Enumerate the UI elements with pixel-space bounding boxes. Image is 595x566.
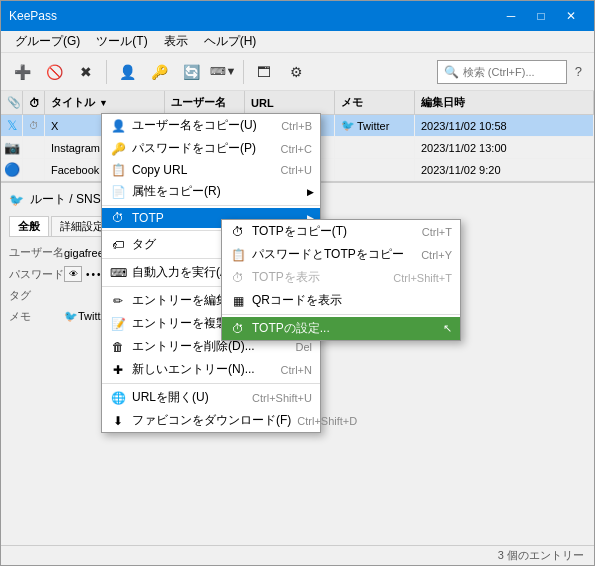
- status-bar: 3 個のエントリー: [1, 545, 594, 565]
- tb-block-button[interactable]: 🚫: [39, 57, 69, 87]
- ctx-tag[interactable]: 🏷 タグ: [102, 233, 320, 256]
- td-icon-instagram: 📷: [1, 137, 23, 158]
- password-label: パスワード: [9, 267, 64, 282]
- ctx-delete[interactable]: 🗑 エントリーを削除(D)... Del: [102, 335, 320, 358]
- ctx-duplicate[interactable]: 📝 エントリーを複製(C)... Ctrl+K: [102, 312, 320, 335]
- td-time-facebook: [23, 159, 45, 180]
- edit-icon: ✏: [110, 294, 126, 308]
- td-time-instagram: [23, 137, 45, 158]
- th-title[interactable]: タイトル ▼: [45, 91, 165, 114]
- tb-close-button[interactable]: ✖: [71, 57, 101, 87]
- doc-icon: 📄: [110, 185, 126, 199]
- new-icon: ✚: [110, 363, 126, 377]
- search-icon: 🔍: [444, 65, 459, 79]
- tb-add-button[interactable]: ➕: [7, 57, 37, 87]
- ctx-edit-label: エントリーを編集(E)...: [132, 292, 275, 309]
- table-header: 📎 ⏱ タイトル ▼ ユーザー名 URL メモ 編集日時: [1, 91, 594, 115]
- clipboard-icon: 📋: [110, 163, 126, 177]
- password-toggle[interactable]: 👁: [64, 266, 82, 282]
- ctx-copy-attr-label: 属性をコピー(R): [132, 183, 312, 200]
- ctx-sep-5: [102, 383, 320, 384]
- tb-settings-button[interactable]: ⚙: [281, 57, 311, 87]
- memo-twitter-icon: 🐦: [64, 310, 78, 322]
- ctx-sep-1: [102, 205, 320, 206]
- delete-icon: 🗑: [110, 340, 126, 354]
- ctx-copy-password-label: パスワードをコピー(P): [132, 140, 275, 157]
- th-memo[interactable]: メモ: [335, 91, 415, 114]
- context-menu[interactable]: 👤 ユーザー名をコピー(U) Ctrl+B 🔑 パスワードをコピー(P) Ctr…: [101, 113, 321, 433]
- ctx-sep-4: [102, 286, 320, 287]
- ctx-copy-password[interactable]: 🔑 パスワードをコピー(P) Ctrl+C: [102, 137, 320, 160]
- search-box: 🔍: [437, 60, 567, 84]
- td-memo-instagram: [335, 137, 415, 158]
- ctx-copy-username-shortcut: Ctrl+B: [281, 120, 312, 132]
- tag-icon: 🏷: [110, 238, 126, 252]
- ctx-open-url-label: URLを開く(U): [132, 389, 246, 406]
- clip-icon: 📎: [7, 96, 21, 109]
- td-memo-twitter: 🐦Twitter: [335, 115, 415, 136]
- ctx-download-favicon[interactable]: ⬇ ファビコンをダウンロード(F) Ctrl+Shift+D: [102, 409, 320, 432]
- instagram-icon: 📷: [4, 140, 20, 155]
- username-label: ユーザー名: [9, 245, 64, 260]
- ctx-new[interactable]: ✚ 新しいエントリー(N)... Ctrl+N: [102, 358, 320, 381]
- twitter-icon: 𝕏: [7, 118, 17, 133]
- tb-keyboard-button[interactable]: ⌨▼: [208, 57, 238, 87]
- ctx-open-url[interactable]: 🌐 URLを開く(U) Ctrl+Shift+U: [102, 386, 320, 409]
- tb-user-button[interactable]: 👤: [112, 57, 142, 87]
- breadcrumb-twitter-icon: 🐦: [9, 193, 24, 207]
- twitter-memo-icon: 🐦: [341, 119, 355, 132]
- ctx-tag-label: タグ: [132, 236, 312, 253]
- ctx-copy-username[interactable]: 👤 ユーザー名をコピー(U) Ctrl+B: [102, 114, 320, 137]
- ctx-edit-shortcut: Ctrl+E: [281, 295, 312, 307]
- td-edit-instagram: 2023/11/02 13:00: [415, 137, 594, 158]
- ctx-totp[interactable]: ⏱ TOTP: [102, 208, 320, 228]
- keyboard-icon: ⌨: [110, 266, 126, 280]
- ctx-new-label: 新しいエントリー(N)...: [132, 361, 275, 378]
- ctx-copy-url[interactable]: 📋 Copy URL Ctrl+U: [102, 160, 320, 180]
- sort-icon: ▼: [99, 98, 108, 108]
- main-area: 📎 ⏱ タイトル ▼ ユーザー名 URL メモ 編集日時 𝕏: [1, 91, 594, 545]
- ctx-duplicate-label: エントリーを複製(C)...: [132, 315, 275, 332]
- td-icon-twitter: 𝕏: [1, 115, 23, 136]
- table-area: 📎 ⏱ タイトル ▼ ユーザー名 URL メモ 編集日時 𝕏: [1, 91, 594, 545]
- td-icon-facebook: 🔵: [1, 159, 23, 180]
- ctx-open-url-shortcut: Ctrl+Shift+U: [252, 392, 312, 404]
- search-input[interactable]: [463, 66, 553, 78]
- menu-view[interactable]: 表示: [156, 31, 196, 52]
- clock-icon-twitter: ⏱: [29, 120, 39, 131]
- ctx-autofill[interactable]: ⌨ 自動入力を実行(A): [102, 261, 320, 284]
- toolbar: ➕ 🚫 ✖ 👤 🔑 🔄 ⌨▼ 🗔 ⚙ 🔍 ?: [1, 53, 594, 91]
- tb-separator-1: [106, 60, 107, 84]
- key-icon: 🔑: [110, 142, 126, 156]
- th-username[interactable]: ユーザー名: [165, 91, 245, 114]
- th-url[interactable]: URL: [245, 91, 335, 114]
- ctx-download-favicon-label: ファビコンをダウンロード(F): [132, 412, 291, 429]
- ctx-edit[interactable]: ✏ エントリーを編集(E)... Ctrl+E: [102, 289, 320, 312]
- tb-sync-button[interactable]: 🔄: [176, 57, 206, 87]
- tab-general[interactable]: 全般: [9, 216, 49, 236]
- title-bar: KeePass ─ □ ✕: [1, 1, 594, 31]
- th-editdate[interactable]: 編集日時: [415, 91, 594, 114]
- duplicate-icon: 📝: [110, 317, 126, 331]
- maximize-button[interactable]: □: [526, 1, 556, 31]
- tb-separator-2: [243, 60, 244, 84]
- globe-icon: 🌐: [110, 391, 126, 405]
- menu-help[interactable]: ヘルプ(H): [196, 31, 265, 52]
- ctx-totp-label: TOTP: [132, 211, 312, 225]
- menu-tools[interactable]: ツール(T): [88, 31, 155, 52]
- minimize-button[interactable]: ─: [496, 1, 526, 31]
- td-time-twitter: ⏱: [23, 115, 45, 136]
- ctx-copy-password-shortcut: Ctrl+C: [281, 143, 312, 155]
- ctx-copy-attr[interactable]: 📄 属性をコピー(R): [102, 180, 320, 203]
- ctx-copy-url-label: Copy URL: [132, 163, 275, 177]
- tb-key-button[interactable]: 🔑: [144, 57, 174, 87]
- menu-group[interactable]: グループ(G): [7, 31, 88, 52]
- ctx-sep-2: [102, 230, 320, 231]
- close-button[interactable]: ✕: [556, 1, 586, 31]
- ctx-sep-3: [102, 258, 320, 259]
- ctx-copy-url-shortcut: Ctrl+U: [281, 164, 312, 176]
- ctx-duplicate-shortcut: Ctrl+K: [281, 318, 312, 330]
- help-button[interactable]: ?: [569, 62, 588, 81]
- tb-browser-button[interactable]: 🗔: [249, 57, 279, 87]
- facebook-icon: 🔵: [4, 162, 20, 177]
